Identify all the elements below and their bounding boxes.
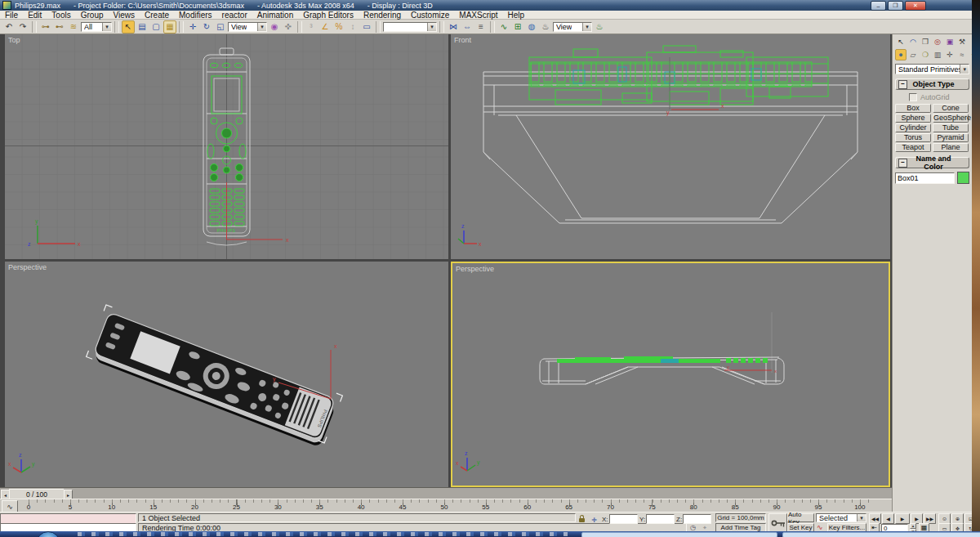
title-bar[interactable]: Philips29.max- Project Folder: C:\Users\…	[0, 0, 972, 11]
spinner-up-icon[interactable]: ▴	[910, 523, 916, 529]
tab-lights[interactable]: ❍	[920, 49, 931, 60]
default-in-out-tangents-icon[interactable]: ∿	[817, 523, 823, 531]
start-button[interactable]	[36, 531, 60, 537]
z-coordinate-field[interactable]	[683, 514, 711, 524]
menu-item[interactable]: Modifiers	[174, 11, 217, 20]
select-and-manipulate-icon[interactable]: ✜	[282, 20, 295, 34]
chevron-down-icon[interactable]: ▾	[102, 23, 111, 31]
material-editor-icon[interactable]: ◍	[525, 20, 538, 34]
select-object-icon[interactable]: ↖	[122, 20, 135, 34]
viewport-front[interactable]: Front	[451, 34, 890, 259]
window-crossing-toggle-icon[interactable]: ▦	[163, 20, 176, 34]
chevron-down-icon[interactable]: ▾	[857, 514, 866, 521]
mirror-icon[interactable]: ⋈	[447, 20, 460, 34]
time-slider[interactable]: ◂ 0 / 100 ▸	[0, 487, 892, 499]
tab-space-warps[interactable]: ≈	[956, 49, 968, 60]
quick-render-icon[interactable]: ♨	[593, 20, 606, 34]
object-type-button[interactable]: Cylinder	[895, 123, 931, 132]
snaps-toggle-icon[interactable]: ³	[305, 20, 318, 34]
menu-item[interactable]: Create	[140, 11, 174, 20]
tab-modify[interactable]: ◠	[907, 36, 919, 47]
object-type-button[interactable]: Torus	[895, 133, 931, 142]
reference-coordinate-dropdown[interactable]: View▾	[228, 22, 267, 32]
taskbar-window-button[interactable]	[782, 532, 980, 537]
collapse-icon[interactable]: −	[898, 159, 907, 168]
tab-utilities[interactable]: ⚒	[956, 36, 968, 47]
set-keys-button[interactable]	[768, 513, 787, 533]
menu-item[interactable]: Group	[76, 11, 109, 20]
chevron-down-icon[interactable]: ▾	[427, 23, 436, 31]
rollout-object-type[interactable]: − Object Type	[895, 78, 969, 90]
absolute-offset-toggle[interactable]: ✛	[589, 514, 599, 527]
tab-cameras[interactable]: ▥	[932, 49, 943, 60]
curve-editor-icon[interactable]: ∿	[497, 20, 510, 34]
tab-shapes[interactable]: ▱	[907, 49, 919, 60]
primitive-category-dropdown[interactable]: Standard Primitives ▾	[895, 64, 969, 74]
menu-item[interactable]: reactor	[217, 11, 252, 20]
rollout-name-and-color[interactable]: − Name and Color	[895, 157, 969, 168]
keyboard-override-toggle-icon[interactable]: ▭	[360, 20, 373, 34]
named-selection-sets-input[interactable]: ▾	[383, 22, 437, 32]
collapse-icon[interactable]: −	[898, 80, 907, 89]
rectangular-selection-region-icon[interactable]: ▢	[149, 20, 163, 34]
use-pivot-center-icon[interactable]: ◉	[268, 20, 281, 34]
render-type-dropdown[interactable]: View▾	[553, 22, 592, 32]
viewport-perspective-active[interactable]: Perspective	[451, 262, 890, 487]
windows-taskbar[interactable]	[0, 531, 980, 537]
object-type-button[interactable]: Tube	[933, 123, 969, 132]
unlink-selection-icon[interactable]: ⊷	[53, 20, 66, 34]
undo-icon[interactable]: ↶	[2, 20, 16, 34]
menu-item[interactable]: Animation	[252, 11, 298, 20]
menu-item[interactable]: Tools	[47, 11, 75, 20]
taskbar-window-button[interactable]	[581, 532, 777, 537]
object-type-button[interactable]: Cone	[933, 104, 969, 113]
tab-display[interactable]: ▣	[944, 36, 956, 47]
open-mini-curve-editor-button[interactable]: ∿	[2, 500, 18, 512]
autogrid-checkbox[interactable]	[909, 93, 917, 101]
play-animation-button[interactable]: ▶	[895, 513, 910, 524]
track-bar[interactable]: ∿ 05101520253035404550556065707580859095…	[0, 499, 892, 512]
render-setup-icon[interactable]: ♨	[539, 20, 552, 34]
x-coordinate-field[interactable]	[609, 514, 638, 524]
menu-item[interactable]: MAXScript	[454, 11, 502, 20]
restore-button[interactable]: ❐	[888, 1, 903, 11]
bind-to-space-warp-icon[interactable]: ≋	[67, 20, 80, 34]
close-button[interactable]: ✕	[905, 1, 926, 11]
object-name-field[interactable]: Box01	[895, 172, 955, 184]
object-type-button[interactable]: Teapot	[895, 143, 931, 152]
select-and-rotate-icon[interactable]: ↻	[200, 20, 213, 34]
select-and-scale-icon[interactable]: ◱	[214, 20, 227, 34]
selection-lock-toggle[interactable]	[579, 515, 585, 522]
object-type-button[interactable]: Box	[895, 104, 931, 113]
menu-item[interactable]: File	[0, 11, 23, 20]
layer-manager-icon[interactable]: ≡	[474, 20, 488, 34]
viewport-perspective-shaded[interactable]: Perspective	[5, 262, 448, 487]
menu-item[interactable]: Views	[109, 11, 140, 20]
menu-item[interactable]: Help	[503, 11, 530, 20]
object-type-button[interactable]: Plane	[933, 143, 969, 152]
frame-spinner[interactable]: ▴▾	[910, 523, 916, 531]
chevron-down-icon[interactable]: ▾	[960, 65, 969, 74]
chevron-down-icon[interactable]: ▾	[582, 23, 591, 31]
selection-filter-dropdown[interactable]: All▾	[81, 22, 112, 32]
y-coordinate-field[interactable]	[646, 514, 675, 524]
viewport-top[interactable]: Top	[5, 34, 448, 259]
menu-item[interactable]: Graph Editors	[298, 11, 359, 20]
tab-helpers[interactable]: ✛	[944, 49, 956, 60]
viewport-label[interactable]: Perspective	[8, 263, 47, 271]
tab-motion[interactable]: ◎	[932, 36, 943, 47]
angle-snap-toggle-icon[interactable]: ∠	[318, 20, 332, 34]
tab-geometry[interactable]: ●	[895, 49, 906, 60]
menu-item[interactable]: Customize	[406, 11, 454, 20]
object-type-button[interactable]: Pyramid	[933, 133, 969, 142]
menu-item[interactable]: Rendering	[359, 11, 406, 20]
align-icon[interactable]: ⇔	[461, 20, 474, 34]
object-type-button[interactable]: Sphere	[895, 114, 931, 123]
previous-frame-button[interactable]: ◀	[882, 513, 894, 524]
select-by-name-icon[interactable]: ▤	[136, 20, 149, 34]
menu-item[interactable]: Edit	[23, 11, 47, 20]
spinner-snap-toggle-icon[interactable]: ↕	[346, 20, 359, 34]
tab-hierarchy[interactable]: ❐	[920, 36, 931, 47]
quick-launch-icons[interactable]	[78, 532, 568, 536]
chevron-down-icon[interactable]: ▾	[257, 23, 266, 31]
